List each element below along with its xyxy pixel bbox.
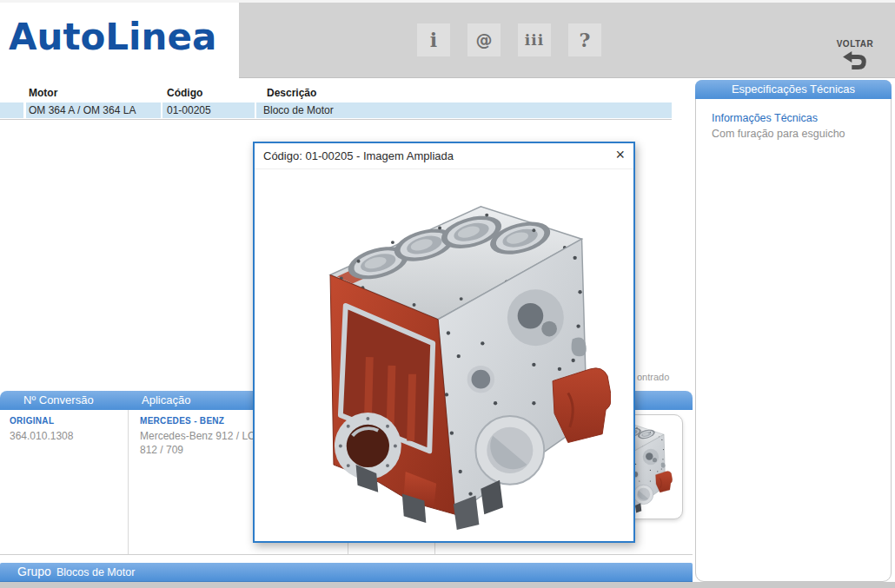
info-icon: i	[430, 29, 437, 51]
clipped-status-text: ontrado	[637, 372, 669, 382]
help-button[interactable]: ?	[568, 23, 601, 56]
header-bar	[239, 3, 895, 78]
spec-text: Com furação para esguicho	[712, 128, 845, 140]
column-header-descricao: Descrição	[267, 87, 316, 99]
column-divider	[128, 410, 129, 554]
row-motor-cell[interactable]: OM 364 A / OM 364 LA	[26, 102, 161, 118]
specs-panel: Especificações Técnicas Informações Técn…	[695, 80, 892, 582]
brand-label: MERCEDES - BENZ	[140, 416, 224, 426]
column-header-codigo: Código	[167, 87, 202, 99]
application-col-header: Aplicação	[142, 391, 190, 410]
close-icon[interactable]: ×	[615, 146, 625, 163]
application-line: 812 / 709	[140, 444, 183, 456]
informacoes-tecnicas-link[interactable]: Informações Técnicas	[712, 112, 818, 124]
help-icon: ?	[580, 29, 591, 51]
row-descricao-cell[interactable]: Bloco de Motor	[256, 102, 672, 118]
original-label: ORIGINAL	[10, 416, 54, 426]
specs-panel-title: Especificações Técnicas	[695, 80, 892, 99]
stats-icon: iii	[525, 31, 544, 49]
back-arrow-icon	[840, 50, 870, 73]
application-line: Mercedes-Benz 912 / LO	[140, 430, 255, 442]
modal-title-divider	[255, 168, 633, 169]
contact-button[interactable]: @	[467, 23, 501, 56]
at-icon: @	[476, 30, 493, 50]
table-row[interactable]: OM 364 A / OM 364 LA 01-00205 Bloco de M…	[0, 102, 672, 118]
engine-block-image	[277, 188, 611, 532]
info-button[interactable]: i	[417, 23, 450, 56]
voltar-label: VOLTAR	[824, 39, 886, 49]
group-value: Blocos de Motor	[56, 564, 135, 582]
row-divider	[0, 119, 672, 120]
column-header-motor: Motor	[29, 87, 57, 99]
stats-button[interactable]: iii	[518, 23, 551, 56]
conversion-col-header: Nº Conversão	[23, 391, 94, 410]
group-label: Grupo	[17, 563, 51, 581]
row-codigo-cell[interactable]: 01-00205	[162, 102, 255, 118]
image-modal: Código: 01-00205 - Imagem Ampliada ×	[253, 142, 635, 543]
modal-title: Código: 01-00205 - Imagem Ampliada	[263, 149, 454, 162]
voltar-button[interactable]: VOLTAR	[824, 39, 886, 76]
original-number: 364.010.1308	[10, 430, 73, 442]
bottom-strip	[0, 582, 895, 588]
section-bottom-divider	[0, 554, 693, 555]
group-bar: Grupo Blocos de Motor	[0, 563, 693, 582]
app-logo: AutoLinea	[9, 16, 216, 58]
row-selector-cell[interactable]	[0, 102, 23, 118]
